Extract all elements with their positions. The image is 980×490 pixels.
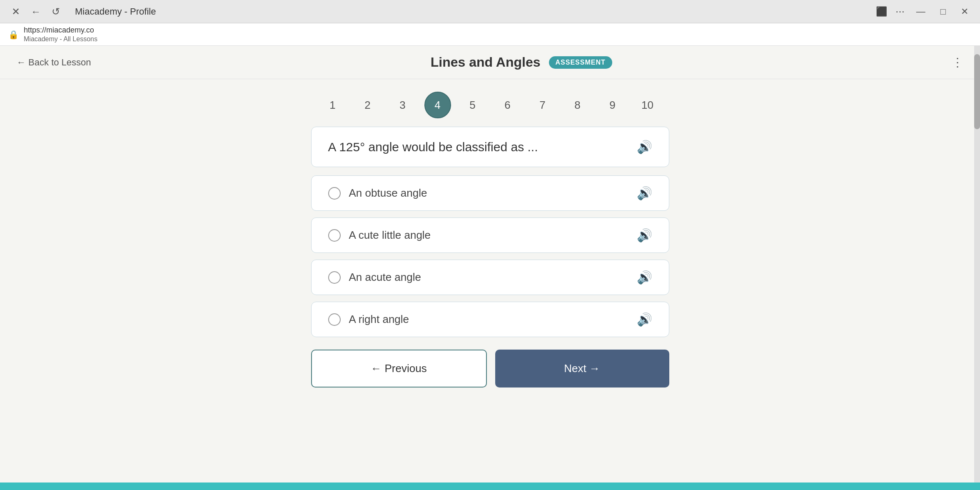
- option-c-left: An acute angle: [328, 271, 421, 284]
- tab-title: Miacademy - Profile: [75, 6, 156, 17]
- close-tab-icon[interactable]: ✕: [8, 4, 23, 19]
- address-url: https://miacademy.co: [24, 26, 97, 35]
- option-d-left: A right angle: [328, 313, 409, 326]
- option-c-text: An acute angle: [349, 271, 421, 284]
- question-num-8[interactable]: 8: [564, 92, 591, 118]
- option-a-audio-button[interactable]: 🔊: [637, 186, 652, 200]
- bottom-bar: [0, 482, 980, 490]
- back-icon[interactable]: ←: [27, 4, 44, 19]
- radio-a[interactable]: [328, 187, 341, 200]
- question-num-10[interactable]: 10: [634, 92, 661, 118]
- answer-option-a[interactable]: An obtuse angle 🔊: [311, 175, 669, 211]
- assessment-badge: ASSESSMENT: [549, 56, 612, 69]
- topbar-menu-icon[interactable]: ⋮: [952, 55, 963, 69]
- refresh-icon[interactable]: ↺: [48, 4, 63, 19]
- option-d-text: A right angle: [349, 313, 409, 326]
- address-sub: Miacademy - All Lessons: [24, 35, 97, 43]
- previous-button[interactable]: ← Previous: [311, 350, 487, 388]
- question-num-5[interactable]: 5: [459, 92, 486, 118]
- address-box[interactable]: https://miacademy.co Miacademy - All Les…: [24, 26, 97, 43]
- lock-icon: 🔒: [8, 30, 19, 40]
- back-to-lesson-link[interactable]: ← Back to Lesson: [17, 57, 91, 68]
- radio-b[interactable]: [328, 229, 341, 242]
- browser-addressbar: 🔒 https://miacademy.co Miacademy - All L…: [0, 23, 980, 46]
- minimize-button[interactable]: —: [913, 6, 929, 17]
- app-content: ← Back to Lesson Lines and Angles ASSESS…: [0, 46, 980, 490]
- question-nav: 1 2 3 4 5 6 7 8 9 10: [0, 79, 980, 127]
- browser-window-controls: ⬛ ⋯ — □ ✕: [876, 6, 972, 17]
- browser-titlebar: ✕ ← ↺ Miacademy - Profile ⬛ ⋯ — □ ✕: [0, 0, 980, 23]
- radio-d[interactable]: [328, 313, 341, 326]
- answer-option-b[interactable]: A cute little angle 🔊: [311, 218, 669, 253]
- answer-option-c[interactable]: An acute angle 🔊: [311, 260, 669, 295]
- title-area: Lines and Angles ASSESSMENT: [91, 55, 952, 70]
- option-a-left: An obtuse angle: [328, 187, 427, 200]
- option-b-audio-button[interactable]: 🔊: [637, 228, 652, 242]
- cast-icon[interactable]: ⬛: [876, 6, 887, 17]
- next-button[interactable]: Next →: [495, 350, 669, 388]
- question-num-1[interactable]: 1: [319, 92, 346, 118]
- scrollbar-thumb[interactable]: [974, 54, 980, 129]
- browser-chrome: ✕ ← ↺ Miacademy - Profile ⬛ ⋯ — □ ✕ 🔒 ht…: [0, 0, 980, 46]
- more-icon[interactable]: ⋯: [895, 6, 905, 17]
- option-b-text: A cute little angle: [349, 229, 431, 242]
- maximize-button[interactable]: □: [937, 6, 949, 17]
- scrollbar-track: [974, 46, 980, 490]
- question-audio-button[interactable]: 🔊: [637, 140, 652, 154]
- question-num-6[interactable]: 6: [494, 92, 521, 118]
- topbar: ← Back to Lesson Lines and Angles ASSESS…: [0, 46, 980, 79]
- answer-option-d[interactable]: A right angle 🔊: [311, 302, 669, 337]
- option-d-audio-button[interactable]: 🔊: [637, 312, 652, 327]
- question-text: A 125° angle would be classified as ...: [328, 140, 538, 154]
- question-num-9[interactable]: 9: [599, 92, 626, 118]
- question-num-2[interactable]: 2: [354, 92, 381, 118]
- nav-buttons: ← Previous Next →: [311, 350, 669, 388]
- window-close-button[interactable]: ✕: [958, 6, 972, 17]
- option-c-audio-button[interactable]: 🔊: [637, 270, 652, 285]
- question-box: A 125° angle would be classified as ... …: [311, 127, 669, 167]
- question-num-3[interactable]: 3: [389, 92, 416, 118]
- option-b-left: A cute little angle: [328, 229, 431, 242]
- radio-c[interactable]: [328, 271, 341, 284]
- question-num-4[interactable]: 4: [424, 92, 451, 118]
- quiz-container: A 125° angle would be classified as ... …: [303, 127, 678, 388]
- browser-nav-icons: ✕ ← ↺: [8, 4, 63, 19]
- option-a-text: An obtuse angle: [349, 187, 427, 200]
- question-num-7[interactable]: 7: [529, 92, 556, 118]
- lesson-title: Lines and Angles: [431, 55, 541, 70]
